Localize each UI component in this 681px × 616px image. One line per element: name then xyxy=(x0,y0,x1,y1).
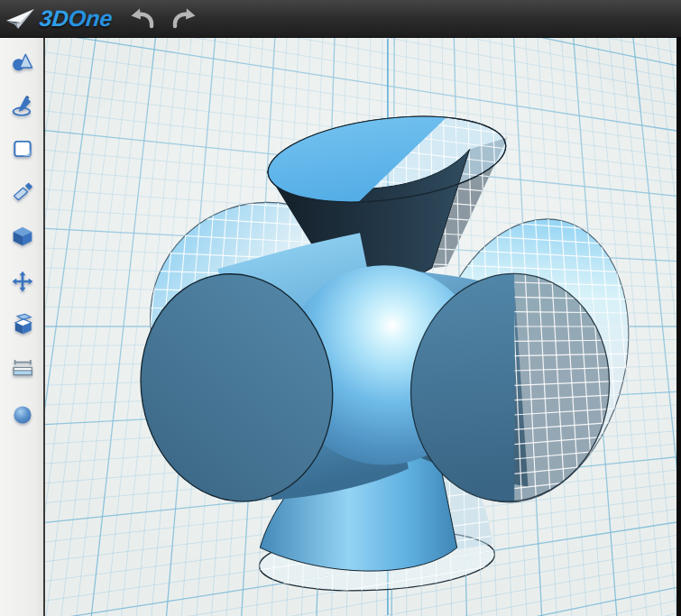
undo-button[interactable] xyxy=(127,5,158,33)
cube-icon xyxy=(11,225,34,248)
sketch-plane-icon xyxy=(11,137,34,161)
sidebar-item-measure[interactable] xyxy=(9,354,36,382)
measure-icon xyxy=(11,355,34,379)
trim-tool-icon xyxy=(11,180,34,204)
sidebar-item-material[interactable] xyxy=(9,402,36,429)
viewport[interactable] xyxy=(43,38,676,616)
combine-cube-icon xyxy=(11,313,34,336)
viewport-canvas[interactable] xyxy=(45,38,676,616)
sidebar-item-sketch[interactable] xyxy=(9,93,36,120)
app-logo: 3DOne xyxy=(5,5,113,32)
sidebar-item-combine[interactable] xyxy=(9,312,36,339)
sidebar-item-transform[interactable] xyxy=(9,269,36,296)
undo-arrow-icon xyxy=(129,6,156,31)
sidebar-item-feature[interactable] xyxy=(9,224,36,251)
sidebar-item-edit[interactable] xyxy=(9,179,36,207)
primitives-icon xyxy=(11,51,34,74)
brand-3d: 3D xyxy=(39,5,70,31)
brand-text: 3DOne xyxy=(38,5,114,32)
brand-one: One xyxy=(68,5,115,31)
paper-plane-icon xyxy=(5,7,36,31)
move-arrows-icon xyxy=(11,270,34,293)
render-sphere-icon xyxy=(11,403,34,427)
redo-button[interactable] xyxy=(169,5,199,33)
sidebar-item-basic-solids[interactable] xyxy=(9,50,36,77)
redo-arrow-icon xyxy=(170,6,198,31)
3done-app-window: 3DOne xyxy=(0,0,681,616)
toolbar: 3DOne xyxy=(0,0,681,38)
sidebar-item-plane[interactable] xyxy=(9,136,36,163)
window-edge-strip xyxy=(676,38,681,616)
sketch-pen-icon xyxy=(11,94,34,117)
tool-sidebar xyxy=(0,38,43,616)
main-area xyxy=(0,38,681,616)
